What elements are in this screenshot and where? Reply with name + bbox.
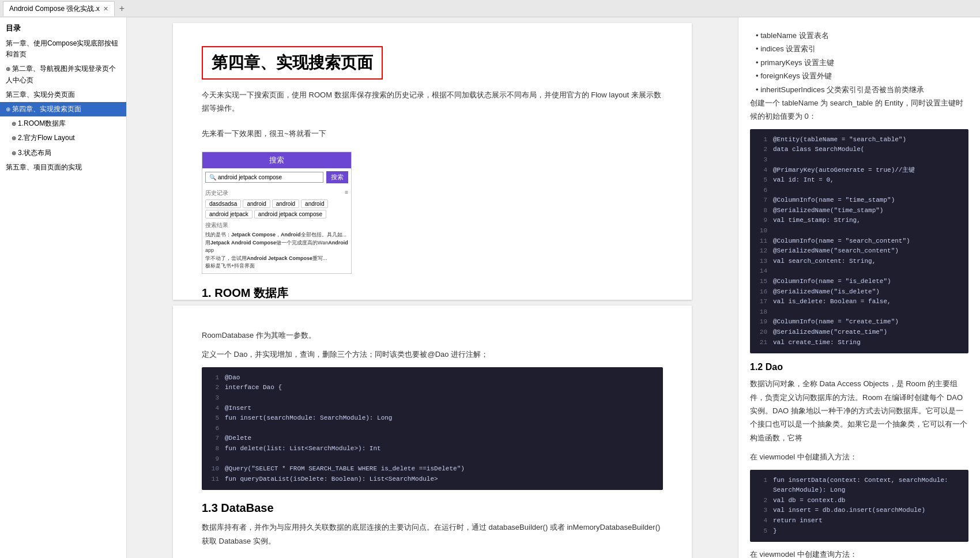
right-bullets: tableName 设置表名indices 设置索引primaryKeys 设置… [750, 29, 968, 96]
chapter-title: 第四章、实现搜索页面 [202, 46, 663, 88]
code-line: 3 val insert = db.dao.insert(searchModul… [756, 506, 963, 516]
code-line: 14 [756, 266, 963, 277]
section13-body: 数据库持有者，并作为与应用持久关联数据的底层连接的主要访问点。在运行时，通过 d… [202, 521, 663, 548]
code-line: 11 fun queryDataList(isDelete: Boolean):… [208, 474, 657, 485]
code-line: 8 @SerializedName("time_stamp") [756, 206, 963, 216]
page-2: RoomDatabase 作为其唯一参数。 定义一个 Dao，并实现增加，查询，… [173, 306, 692, 558]
section13-title: 1.3 DataBase [202, 502, 663, 515]
dao-code-block: 1@Dao2interface Dao {34 @Insert5 fun ins… [202, 367, 663, 491]
sidebar-item-ch2[interactable]: ⊕第二章、导航视图并实现登录页个人中心页 [0, 62, 126, 87]
sidebar-item-ch1[interactable]: 第一章、使用Compose实现底部按钮和首页 [0, 36, 126, 62]
new-tab-button[interactable]: + [115, 3, 129, 14]
preview-tag: android [243, 199, 270, 208]
bullet-item: foreignKeys 设置外键 [750, 69, 968, 82]
sidebar-nav: 第一章、使用Compose实现底部按钮和首页⊕第二章、导航视图并实现登录页个人中… [0, 36, 126, 175]
active-tab[interactable]: Android Compose 强化实战.x ✕ [3, 1, 115, 16]
intro-text: 今天来实现一下搜索页面，使用 ROOM 数据库保存搜索的历史记录，根据不同加载状… [202, 88, 663, 115]
code-line: 4 @PrimaryKey(autoGenerate = true)//主键 [756, 165, 963, 176]
code-line: 5 val id: Int = 0, [756, 175, 963, 186]
page-title: 第四章、实现搜索页面 [202, 46, 383, 80]
code-line: 12 @SerializedName("search_content") [756, 246, 963, 257]
room-database-text: RoomDatabase 作为其唯一参数。 [202, 329, 663, 342]
code-line: 2interface Dao { [208, 383, 657, 393]
code-line: 21 val create_time: String [756, 338, 963, 348]
code-line: 10 @Query("SELECT * FROM SEARCH_TABLE WH… [208, 464, 657, 474]
code-line: 3 [208, 393, 657, 404]
sidebar-title: 目录 [0, 20, 126, 36]
code-line: 1@Entity(tableName = "search_table") [756, 135, 963, 145]
code-line: 3 [756, 155, 963, 165]
preview-tag: android jetpack compose [254, 210, 326, 218]
preview-results-title: 搜索结果 [205, 221, 348, 229]
code-line: 16 @SerializedName("is_delete") [756, 287, 963, 297]
bullet-item: primaryKeys 设置主键 [750, 56, 968, 69]
preview-search-input: 🔍 android jetpack compose [205, 172, 323, 183]
entity-code-block: 1@Entity(tableName = "search_table")2dat… [750, 129, 968, 353]
code-line: 5 fun insert(searchModule: SearchModule)… [208, 413, 657, 424]
sidebar: 目录 第一章、使用Compose实现底部按钮和首页⊕第二章、导航视图并实现登录页… [0, 17, 127, 558]
code-line: 18 [756, 307, 963, 318]
section12-body: 数据访问对象，全称 Data Access Objects，是 Room 的主要… [750, 377, 968, 444]
preview-tag: android [272, 199, 299, 208]
preview-tags: dasdsadsaandroidandroidandroidandroid je… [205, 199, 348, 218]
code-line: 10 [756, 226, 963, 236]
content-area: 第四章、实现搜索页面 今天来实现一下搜索页面，使用 ROOM 数据库保存搜索的历… [127, 17, 738, 558]
main-layout: 目录 第一章、使用Compose实现底部按钮和首页⊕第二章、导航视图并实现登录页… [0, 17, 980, 558]
sidebar-item-ch4-2[interactable]: ⊕2.官方Flow Layout [0, 131, 126, 145]
code-line: 11 @ColumnInfo(name = "search_content") [756, 236, 963, 247]
right-panel: tableName 设置表名indices 设置索引primaryKeys 设置… [738, 17, 980, 558]
code-line: 4 return insert [756, 516, 963, 526]
section1-title: 1. ROOM 数据库 [202, 285, 663, 301]
preview-search-bar: 🔍 android jetpack compose 搜索 [202, 168, 351, 186]
code-line: 15 @ColumnInfo(name = "is_delete") [756, 277, 963, 287]
code-line: 6 [208, 424, 657, 434]
code-line: 2 val db = context.db [756, 496, 963, 506]
code-line: 9 val time_stamp: String, [756, 216, 963, 226]
code-line: 5} [756, 526, 963, 537]
sidebar-item-ch4-1[interactable]: ⊕1.ROOM数据库 [0, 116, 126, 131]
insert-code-block: 1fun insertData(context: Context, search… [750, 470, 968, 542]
tab-label: Android Compose 强化实战.x [9, 4, 100, 14]
preview-result-text: 找的是书：Jetpack Compose，Android全部包括。具几如... … [205, 231, 348, 270]
tab-bar: Android Compose 强化实战.x ✕ + [0, 0, 980, 17]
viewmodel-insert-title: 在 viewmodel 中创建插入方法： [750, 450, 968, 463]
code-line: 6 [756, 186, 963, 196]
bullet-item: inheritSuperIndices 父类索引引是否被当前类继承 [750, 83, 968, 96]
code-line: 8 fun delete(list: List<SearchModule>): … [208, 444, 657, 454]
entity-note: 创建一个 tableName 为 search_table 的 Entity，同… [750, 96, 968, 123]
preview-tag: android [301, 199, 328, 208]
viewmodel-query-title: 在 viewmodel 中创建查询方法： [750, 548, 968, 558]
preview-search-value: android jetpack compose [218, 174, 282, 180]
dao-intro: 定义一个 Dao，并实现增加，查询，删除三个方法；同时该类也要被@Dao 进行注… [202, 348, 663, 361]
code-line: 9 [208, 454, 657, 465]
sidebar-item-ch5[interactable]: 第五章、项目页面的实现 [0, 160, 126, 175]
code-line: 13 val search_content: String, [756, 257, 963, 267]
code-line: 17 val is_delete: Boolean = false, [756, 297, 963, 307]
code-line: 7 @Delete [208, 433, 657, 444]
sidebar-item-ch4-3[interactable]: ⊕3.状态布局 [0, 146, 126, 160]
code-line: 1@Dao [208, 373, 657, 383]
preview-search-button[interactable]: 搜索 [326, 171, 348, 183]
code-line: 1fun insertData(context: Context, search… [756, 476, 963, 496]
section12-title: 1.2 Dao [750, 362, 968, 372]
page-1: 第四章、实现搜索页面 今天来实现一下搜索页面，使用 ROOM 数据库保存搜索的历… [173, 23, 692, 300]
content-pages: 第四章、实现搜索页面 今天来实现一下搜索页面，使用 ROOM 数据库保存搜索的历… [127, 17, 738, 558]
preview-tag: android jetpack [205, 210, 252, 218]
bullet-item: tableName 设置表名 [750, 29, 968, 42]
code-line: 7 @ColumnInfo(name = "time_stamp") [756, 195, 963, 206]
preview-box: 搜索 🔍 android jetpack compose 搜索 历史记录 ≡ [202, 152, 352, 274]
tab-close-button[interactable]: ✕ [103, 5, 108, 13]
preview-header: 搜索 [202, 152, 351, 168]
code-line: 20 @SerializedName("create_time") [756, 327, 963, 338]
sidebar-item-ch4[interactable]: ⊕第四章、实现搜索页面 [0, 102, 126, 116]
code-line: 4 @Insert [208, 404, 657, 414]
code-line: 19 @ColumnInfo(name = "create_time") [756, 317, 963, 327]
preview-tag: dasdsadsa [205, 199, 241, 208]
code-line: 2data class SearchModule( [756, 145, 963, 155]
preview-history: 历史记录 ≡ dasdsadsaandroidandroidandroidand… [202, 186, 351, 273]
sidebar-item-ch3[interactable]: 第三章、实现分类页面 [0, 88, 126, 102]
bullet-item: indices 设置索引 [750, 42, 968, 55]
preview-history-title: 历史记录 ≡ [205, 189, 348, 197]
preview-note: 先来看一下效果图，很丑~将就看一下 [202, 127, 663, 140]
